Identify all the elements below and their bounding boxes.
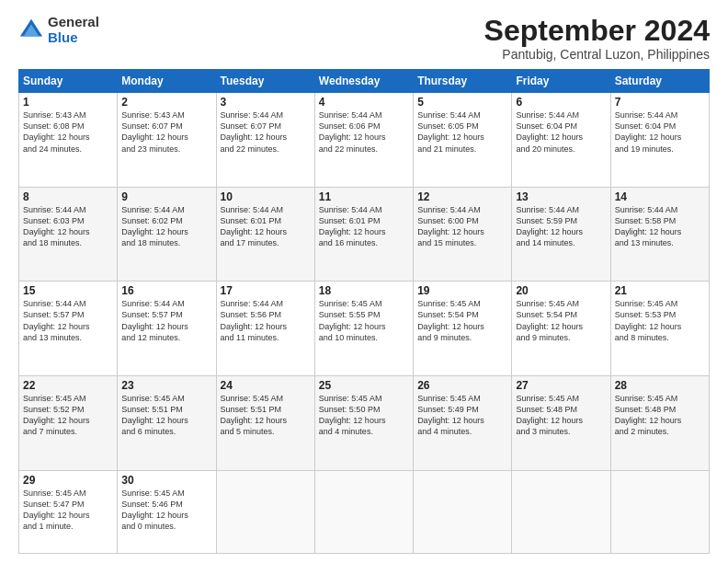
calendar-cell <box>414 470 512 554</box>
day-info: Sunrise: 5:44 AM Sunset: 5:56 PM Dayligh… <box>221 298 311 343</box>
day-number: 7 <box>615 96 705 109</box>
calendar-cell: 7Sunrise: 5:44 AM Sunset: 6:04 PM Daylig… <box>610 93 709 188</box>
calendar-cell: 9Sunrise: 5:44 AM Sunset: 6:02 PM Daylig… <box>118 187 216 282</box>
day-info: Sunrise: 5:45 AM Sunset: 5:54 PM Dayligh… <box>417 298 507 343</box>
logo-general-text: General <box>48 15 99 30</box>
logo-text: General Blue <box>48 15 99 45</box>
day-info: Sunrise: 5:43 AM Sunset: 6:08 PM Dayligh… <box>23 109 113 155</box>
day-number: 10 <box>221 190 311 203</box>
calendar-cell: 13Sunrise: 5:44 AM Sunset: 5:59 PM Dayli… <box>512 187 610 282</box>
day-number: 23 <box>121 379 211 392</box>
calendar-cell: 2Sunrise: 5:43 AM Sunset: 6:07 PM Daylig… <box>118 93 216 188</box>
calendar-body: 1Sunrise: 5:43 AM Sunset: 6:08 PM Daylig… <box>19 93 710 554</box>
weekday-header-sunday: Sunday <box>19 70 118 93</box>
calendar-cell: 18Sunrise: 5:45 AM Sunset: 5:55 PM Dayli… <box>314 282 413 376</box>
day-number: 2 <box>121 96 211 109</box>
day-info: Sunrise: 5:45 AM Sunset: 5:48 PM Dayligh… <box>516 393 606 438</box>
title-block: September 2024 Pantubig, Central Luzon, … <box>484 15 710 62</box>
calendar-cell <box>610 470 709 554</box>
calendar-cell <box>216 470 314 554</box>
day-info: Sunrise: 5:43 AM Sunset: 6:07 PM Dayligh… <box>121 109 211 155</box>
day-number: 1 <box>23 96 113 109</box>
day-info: Sunrise: 5:44 AM Sunset: 6:04 PM Dayligh… <box>516 109 606 155</box>
calendar-cell: 16Sunrise: 5:44 AM Sunset: 5:57 PM Dayli… <box>118 282 216 376</box>
day-info: Sunrise: 5:45 AM Sunset: 5:51 PM Dayligh… <box>121 393 211 438</box>
day-info: Sunrise: 5:44 AM Sunset: 5:59 PM Dayligh… <box>516 204 606 249</box>
calendar-cell: 27Sunrise: 5:45 AM Sunset: 5:48 PM Dayli… <box>512 375 610 470</box>
day-info: Sunrise: 5:44 AM Sunset: 6:05 PM Dayligh… <box>417 109 507 155</box>
day-info: Sunrise: 5:45 AM Sunset: 5:47 PM Dayligh… <box>23 488 113 533</box>
day-number: 5 <box>417 96 507 109</box>
calendar-cell: 20Sunrise: 5:45 AM Sunset: 5:54 PM Dayli… <box>512 282 610 376</box>
day-info: Sunrise: 5:44 AM Sunset: 6:03 PM Dayligh… <box>23 204 113 249</box>
day-number: 14 <box>615 190 705 203</box>
logo-icon <box>18 17 44 43</box>
page: General Blue September 2024 Pantubig, Ce… <box>0 0 728 563</box>
calendar-cell: 21Sunrise: 5:45 AM Sunset: 5:53 PM Dayli… <box>610 282 709 376</box>
calendar-cell: 25Sunrise: 5:45 AM Sunset: 5:50 PM Dayli… <box>314 375 413 470</box>
header: General Blue September 2024 Pantubig, Ce… <box>18 15 710 62</box>
calendar-cell: 6Sunrise: 5:44 AM Sunset: 6:04 PM Daylig… <box>512 93 610 188</box>
calendar-cell: 11Sunrise: 5:44 AM Sunset: 6:01 PM Dayli… <box>314 187 413 282</box>
day-info: Sunrise: 5:44 AM Sunset: 6:01 PM Dayligh… <box>319 204 409 249</box>
day-number: 29 <box>23 474 113 487</box>
day-info: Sunrise: 5:45 AM Sunset: 5:54 PM Dayligh… <box>516 298 606 343</box>
day-number: 21 <box>615 284 705 297</box>
day-number: 6 <box>516 96 606 109</box>
calendar-week-2: 8Sunrise: 5:44 AM Sunset: 6:03 PM Daylig… <box>19 187 710 282</box>
calendar-cell: 26Sunrise: 5:45 AM Sunset: 5:49 PM Dayli… <box>414 375 512 470</box>
day-info: Sunrise: 5:45 AM Sunset: 5:49 PM Dayligh… <box>417 393 507 438</box>
day-number: 9 <box>121 190 211 203</box>
weekday-header-friday: Friday <box>512 70 610 93</box>
day-number: 26 <box>417 379 507 392</box>
calendar-table: SundayMondayTuesdayWednesdayThursdayFrid… <box>18 69 710 554</box>
calendar-cell: 5Sunrise: 5:44 AM Sunset: 6:05 PM Daylig… <box>414 93 512 188</box>
calendar-week-3: 15Sunrise: 5:44 AM Sunset: 5:57 PM Dayli… <box>19 282 710 376</box>
weekday-header-thursday: Thursday <box>414 70 512 93</box>
logo: General Blue <box>18 15 99 45</box>
day-number: 20 <box>516 284 606 297</box>
calendar-cell: 19Sunrise: 5:45 AM Sunset: 5:54 PM Dayli… <box>414 282 512 376</box>
calendar-cell: 12Sunrise: 5:44 AM Sunset: 6:00 PM Dayli… <box>414 187 512 282</box>
day-info: Sunrise: 5:45 AM Sunset: 5:53 PM Dayligh… <box>615 298 705 343</box>
day-info: Sunrise: 5:44 AM Sunset: 5:57 PM Dayligh… <box>121 298 211 343</box>
calendar-cell: 10Sunrise: 5:44 AM Sunset: 6:01 PM Dayli… <box>216 187 314 282</box>
day-number: 28 <box>615 379 705 392</box>
calendar-cell: 30Sunrise: 5:45 AM Sunset: 5:46 PM Dayli… <box>118 470 216 554</box>
calendar-cell: 15Sunrise: 5:44 AM Sunset: 5:57 PM Dayli… <box>19 282 118 376</box>
calendar-week-4: 22Sunrise: 5:45 AM Sunset: 5:52 PM Dayli… <box>19 375 710 470</box>
day-number: 17 <box>221 284 311 297</box>
day-number: 13 <box>516 190 606 203</box>
day-info: Sunrise: 5:45 AM Sunset: 5:46 PM Dayligh… <box>121 488 211 533</box>
day-info: Sunrise: 5:44 AM Sunset: 6:02 PM Dayligh… <box>121 204 211 249</box>
day-info: Sunrise: 5:44 AM Sunset: 5:57 PM Dayligh… <box>23 298 113 343</box>
location: Pantubig, Central Luzon, Philippines <box>484 47 710 62</box>
day-number: 25 <box>319 379 409 392</box>
calendar-cell: 4Sunrise: 5:44 AM Sunset: 6:06 PM Daylig… <box>314 93 413 188</box>
day-info: Sunrise: 5:45 AM Sunset: 5:50 PM Dayligh… <box>319 393 409 438</box>
calendar-week-5: 29Sunrise: 5:45 AM Sunset: 5:47 PM Dayli… <box>19 470 710 554</box>
month-title: September 2024 <box>484 15 710 47</box>
day-number: 3 <box>221 96 311 109</box>
weekday-header-saturday: Saturday <box>610 70 709 93</box>
day-info: Sunrise: 5:45 AM Sunset: 5:55 PM Dayligh… <box>319 298 409 343</box>
day-info: Sunrise: 5:45 AM Sunset: 5:52 PM Dayligh… <box>23 393 113 438</box>
weekday-row: SundayMondayTuesdayWednesdayThursdayFrid… <box>19 70 710 93</box>
day-info: Sunrise: 5:44 AM Sunset: 6:00 PM Dayligh… <box>417 204 507 249</box>
calendar-cell: 3Sunrise: 5:44 AM Sunset: 6:07 PM Daylig… <box>216 93 314 188</box>
logo-blue-text: Blue <box>48 30 99 46</box>
day-number: 19 <box>417 284 507 297</box>
day-number: 22 <box>23 379 113 392</box>
day-number: 15 <box>23 284 113 297</box>
calendar-cell: 29Sunrise: 5:45 AM Sunset: 5:47 PM Dayli… <box>19 470 118 554</box>
day-info: Sunrise: 5:45 AM Sunset: 5:48 PM Dayligh… <box>615 393 705 438</box>
day-info: Sunrise: 5:44 AM Sunset: 6:06 PM Dayligh… <box>319 109 409 155</box>
day-number: 8 <box>23 190 113 203</box>
day-number: 27 <box>516 379 606 392</box>
weekday-header-tuesday: Tuesday <box>216 70 314 93</box>
day-info: Sunrise: 5:44 AM Sunset: 5:58 PM Dayligh… <box>615 204 705 249</box>
day-number: 12 <box>417 190 507 203</box>
day-number: 16 <box>121 284 211 297</box>
day-number: 18 <box>319 284 409 297</box>
calendar-cell: 1Sunrise: 5:43 AM Sunset: 6:08 PM Daylig… <box>19 93 118 188</box>
